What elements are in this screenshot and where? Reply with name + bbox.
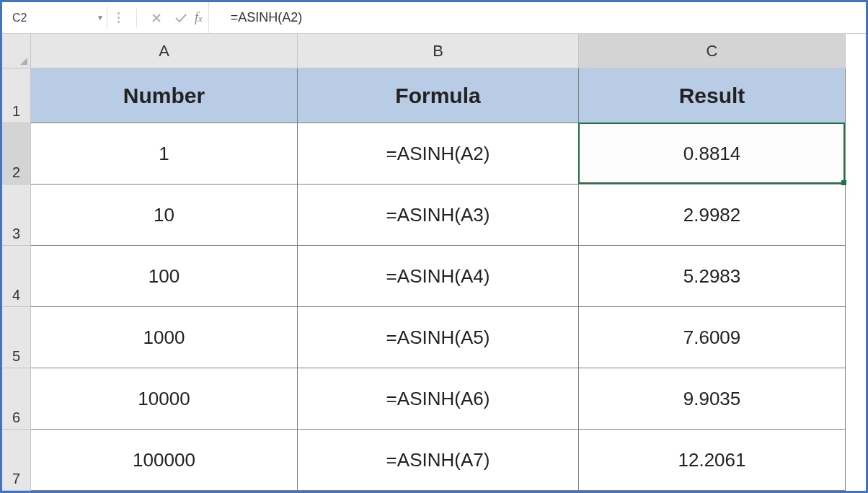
cells-area: NumberFormulaResult1=ASINH(A2)0.881410=A… bbox=[31, 68, 866, 491]
data-cell[interactable]: =ASINH(A4) bbox=[298, 246, 579, 307]
data-cell[interactable]: =ASINH(A6) bbox=[298, 368, 579, 430]
resize-grip-icon[interactable] bbox=[112, 12, 125, 23]
header-cell[interactable]: Number bbox=[31, 68, 298, 123]
data-cell[interactable]: 100000 bbox=[31, 430, 298, 491]
row-header[interactable]: 1 bbox=[2, 68, 31, 123]
data-cell[interactable]: 1 bbox=[31, 123, 298, 185]
x-icon bbox=[151, 12, 162, 24]
data-cell[interactable]: 100 bbox=[31, 246, 298, 307]
column-header-b[interactable]: B bbox=[298, 34, 579, 68]
data-cell[interactable]: =ASINH(A5) bbox=[298, 307, 579, 368]
confirm-button[interactable] bbox=[169, 6, 193, 30]
column-headers: ABC bbox=[31, 34, 866, 68]
column-header-c[interactable]: C bbox=[579, 34, 846, 68]
check-icon bbox=[174, 12, 187, 24]
select-all-corner[interactable] bbox=[2, 34, 31, 68]
data-cell[interactable]: =ASINH(A3) bbox=[298, 185, 579, 246]
header-cell[interactable]: Result bbox=[579, 68, 846, 123]
header-cell[interactable]: Formula bbox=[298, 68, 579, 123]
data-cell[interactable]: =ASINH(A7) bbox=[298, 430, 579, 491]
name-box-container: C2 ▼ bbox=[6, 6, 107, 30]
row-header[interactable]: 3 bbox=[2, 185, 31, 246]
data-cell[interactable]: 0.8814 bbox=[579, 123, 846, 185]
row-header[interactable]: 7 bbox=[2, 430, 31, 491]
data-cell[interactable]: 1000 bbox=[31, 307, 298, 368]
data-cell[interactable]: 9.9035 bbox=[579, 368, 846, 430]
row-header[interactable]: 2 bbox=[2, 123, 31, 185]
cancel-button[interactable] bbox=[144, 6, 169, 30]
chevron-down-icon: ▼ bbox=[97, 14, 104, 22]
row-header[interactable]: 5 bbox=[2, 307, 31, 368]
row-headers: 1234567 bbox=[2, 68, 31, 491]
name-box[interactable]: C2 bbox=[6, 9, 94, 27]
column-header-a[interactable]: A bbox=[31, 34, 298, 68]
separator bbox=[136, 9, 137, 27]
data-cell[interactable]: 10 bbox=[31, 185, 298, 246]
formula-input[interactable]: =ASINH(A2) bbox=[208, 2, 866, 33]
spreadsheet-grid: ABC 1234567 NumberFormulaResult1=ASINH(A… bbox=[2, 34, 866, 491]
fx-button[interactable]: fx bbox=[195, 10, 203, 25]
data-cell[interactable]: 5.2983 bbox=[579, 246, 846, 307]
data-cell[interactable]: 7.6009 bbox=[579, 307, 846, 368]
data-cell[interactable]: 12.2061 bbox=[579, 430, 846, 491]
app-frame: C2 ▼ fx =ASINH(A2) ABC 1234567 NumberFor… bbox=[0, 0, 868, 493]
row-header[interactable]: 6 bbox=[2, 368, 31, 430]
data-cell[interactable]: 10000 bbox=[31, 368, 298, 430]
data-cell[interactable]: =ASINH(A2) bbox=[298, 123, 579, 185]
row-header[interactable]: 4 bbox=[2, 246, 31, 307]
name-box-dropdown[interactable]: ▼ bbox=[94, 6, 107, 30]
formula-bar: C2 ▼ fx =ASINH(A2) bbox=[2, 2, 866, 34]
data-cell[interactable]: 2.9982 bbox=[579, 185, 846, 246]
